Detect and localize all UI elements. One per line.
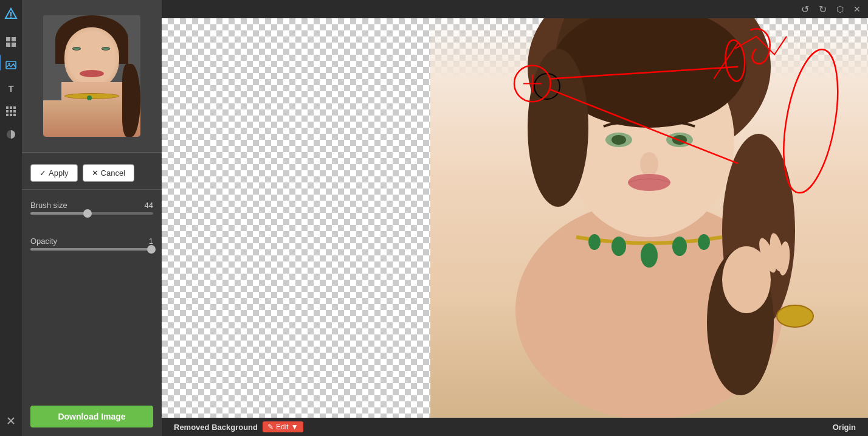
edit-icon: ✎ bbox=[267, 423, 274, 431]
svg-point-2 bbox=[10, 16, 12, 18]
bottom-bar: Removed Background ✎ Edit ▼ Origin bbox=[162, 418, 868, 436]
hexagon-icon[interactable]: ⬡ bbox=[836, 4, 844, 14]
svg-rect-11 bbox=[13, 106, 16, 109]
svg-point-32 bbox=[672, 135, 687, 145]
canvas-area[interactable] bbox=[162, 18, 868, 418]
edit-label: Edit bbox=[276, 423, 289, 431]
edit-button[interactable]: ✎ Edit ▼ bbox=[263, 421, 303, 432]
svg-rect-10 bbox=[10, 106, 12, 109]
svg-rect-3 bbox=[6, 37, 10, 41]
svg-point-31 bbox=[611, 135, 626, 145]
origin-label: Origin bbox=[833, 423, 856, 432]
brush-size-label: Brush size bbox=[30, 201, 67, 210]
action-buttons: ✓ Apply ✕ Cancel bbox=[22, 153, 162, 189]
svg-point-40 bbox=[777, 305, 813, 327]
undo-icon[interactable]: ↺ bbox=[801, 4, 809, 15]
svg-rect-5 bbox=[6, 43, 10, 47]
svg-rect-4 bbox=[12, 37, 16, 41]
apply-button[interactable]: ✓ Apply bbox=[30, 164, 78, 182]
brush-size-thumb[interactable] bbox=[83, 209, 92, 218]
adjust-icon[interactable] bbox=[2, 125, 20, 144]
main-canvas[interactable]: ↺ ↻ ⬡ ✕ bbox=[162, 0, 868, 436]
logo-icon[interactable] bbox=[2, 5, 20, 23]
woman-figure bbox=[430, 18, 868, 418]
svg-rect-14 bbox=[13, 110, 16, 112]
svg-rect-17 bbox=[13, 114, 16, 116]
grid-icon[interactable] bbox=[2, 33, 20, 51]
svg-point-36 bbox=[641, 243, 658, 268]
opacity-track[interactable] bbox=[30, 248, 153, 251]
text-icon[interactable]: T bbox=[2, 79, 20, 97]
redo-icon[interactable]: ↻ bbox=[819, 4, 827, 15]
svg-point-35 bbox=[611, 237, 626, 256]
svg-rect-12 bbox=[6, 110, 9, 112]
svg-point-26 bbox=[528, 49, 588, 207]
svg-rect-15 bbox=[6, 114, 9, 116]
brush-size-fill bbox=[30, 212, 86, 215]
svg-rect-6 bbox=[12, 43, 16, 47]
brush-size-track[interactable] bbox=[30, 212, 153, 215]
pattern-icon[interactable] bbox=[2, 102, 20, 120]
close-icon[interactable] bbox=[2, 412, 20, 430]
svg-point-39 bbox=[698, 234, 710, 250]
opacity-section: Opacity 1 bbox=[22, 232, 162, 265]
removed-bg-label: Removed Background bbox=[174, 423, 258, 432]
svg-rect-13 bbox=[10, 110, 12, 112]
svg-point-33 bbox=[640, 152, 658, 176]
removed-bg-section: Removed Background ✎ Edit ▼ bbox=[174, 421, 303, 432]
opacity-value: 1 bbox=[149, 237, 153, 246]
thumbnail-area bbox=[22, 0, 162, 152]
svg-rect-9 bbox=[6, 106, 9, 109]
side-panel: ✓ Apply ✕ Cancel Brush size 44 Opacity bbox=[22, 0, 162, 436]
brush-size-value: 44 bbox=[145, 201, 153, 210]
svg-point-37 bbox=[672, 237, 687, 256]
toolbar-close-icon[interactable]: ✕ bbox=[853, 4, 861, 14]
image-icon[interactable] bbox=[2, 56, 20, 74]
opacity-thumb[interactable] bbox=[147, 245, 156, 254]
download-button[interactable]: Download Image bbox=[30, 406, 153, 427]
apply-label: Apply bbox=[49, 168, 69, 178]
icon-bar: T bbox=[0, 0, 22, 436]
cancel-label: Cancel bbox=[101, 168, 125, 178]
download-label: Download Image bbox=[58, 412, 125, 421]
svg-point-34 bbox=[628, 174, 670, 191]
edit-dropdown-icon: ▼ bbox=[291, 423, 298, 431]
cancel-button[interactable]: ✕ Cancel bbox=[83, 164, 134, 182]
apply-check-icon: ✓ bbox=[40, 168, 46, 178]
opacity-fill bbox=[30, 248, 153, 251]
svg-point-38 bbox=[588, 234, 601, 250]
download-container: Download Image bbox=[22, 397, 162, 436]
cancel-x-icon: ✕ bbox=[92, 168, 98, 178]
svg-rect-16 bbox=[10, 114, 12, 116]
origin-section: Origin bbox=[833, 423, 856, 432]
opacity-label: Opacity bbox=[30, 237, 57, 246]
brush-size-section: Brush size 44 bbox=[22, 196, 162, 229]
woman-svg bbox=[430, 18, 868, 418]
panel-divider-mid bbox=[22, 189, 162, 190]
